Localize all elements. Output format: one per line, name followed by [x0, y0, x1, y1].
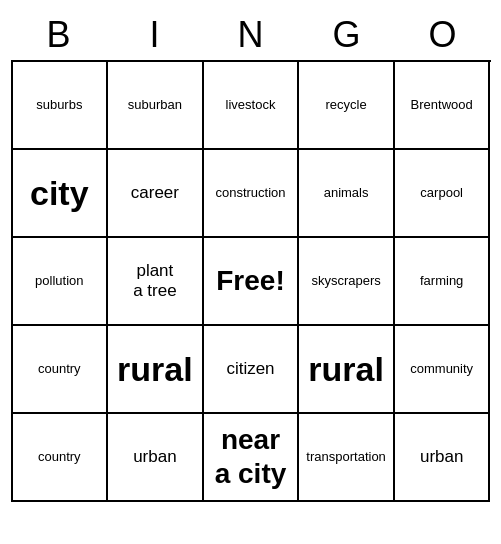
cell-text: country — [38, 449, 81, 465]
bingo-cell: suburbs — [13, 62, 109, 150]
header-letter: O — [395, 10, 491, 60]
bingo-cell: community — [395, 326, 491, 414]
cell-text: transportation — [306, 449, 386, 465]
cell-text: animals — [324, 185, 369, 201]
header-letter: G — [299, 10, 395, 60]
bingo-cell: suburban — [108, 62, 204, 150]
bingo-cell: recycle — [299, 62, 395, 150]
header-row: BINGO — [11, 10, 491, 60]
bingo-cell: career — [108, 150, 204, 238]
cell-text: planta tree — [133, 261, 176, 302]
cell-text: carpool — [420, 185, 463, 201]
cell-text: suburbs — [36, 97, 82, 113]
cell-text: construction — [215, 185, 285, 201]
bingo-cell: Free! — [204, 238, 300, 326]
bingo-cell: planta tree — [108, 238, 204, 326]
bingo-cell: carpool — [395, 150, 491, 238]
bingo-cell: farming — [395, 238, 491, 326]
cell-text: Free! — [216, 264, 284, 298]
bingo-cell: livestock — [204, 62, 300, 150]
cell-text: farming — [420, 273, 463, 289]
bingo-cell: transportation — [299, 414, 395, 502]
cell-text: rural — [117, 349, 193, 390]
cell-text: rural — [308, 349, 384, 390]
cell-text: country — [38, 361, 81, 377]
bingo-cell: rural — [299, 326, 395, 414]
cell-text: Brentwood — [411, 97, 473, 113]
bingo-cell: Brentwood — [395, 62, 491, 150]
bingo-cell: urban — [395, 414, 491, 502]
cell-text: urban — [133, 447, 176, 467]
bingo-cell: animals — [299, 150, 395, 238]
cell-text: recycle — [326, 97, 367, 113]
cell-text: pollution — [35, 273, 83, 289]
header-letter: B — [11, 10, 107, 60]
bingo-cell: country — [13, 326, 109, 414]
bingo-cell: rural — [108, 326, 204, 414]
bingo-cell: construction — [204, 150, 300, 238]
header-letter: I — [107, 10, 203, 60]
bingo-card: BINGO suburbssuburbanlivestockrecycleBre… — [11, 10, 491, 502]
cell-text: community — [410, 361, 473, 377]
bingo-cell: urban — [108, 414, 204, 502]
bingo-cell: city — [13, 150, 109, 238]
cell-text: career — [131, 183, 179, 203]
bingo-cell: skyscrapers — [299, 238, 395, 326]
bingo-cell: neara city — [204, 414, 300, 502]
cell-text: skyscrapers — [311, 273, 380, 289]
cell-text: urban — [420, 447, 463, 467]
bingo-cell: citizen — [204, 326, 300, 414]
cell-text: city — [30, 173, 89, 214]
cell-text: citizen — [226, 359, 274, 379]
bingo-cell: country — [13, 414, 109, 502]
header-letter: N — [203, 10, 299, 60]
bingo-cell: pollution — [13, 238, 109, 326]
cell-text: suburban — [128, 97, 182, 113]
cell-text: livestock — [226, 97, 276, 113]
bingo-grid: suburbssuburbanlivestockrecycleBrentwood… — [11, 60, 491, 502]
cell-text: neara city — [215, 423, 287, 490]
